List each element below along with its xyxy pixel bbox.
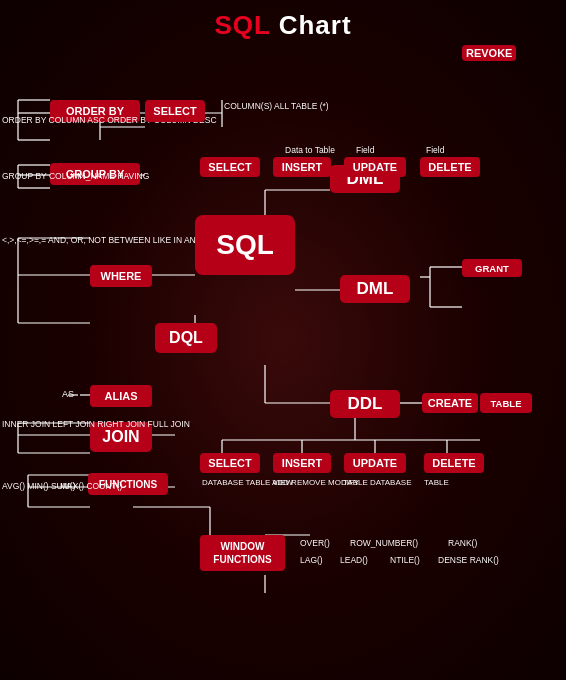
select-bottom-box: SELECT: [200, 453, 260, 473]
data-to-table-label: Data to Table: [280, 145, 340, 156]
row-number-label: ROW_NUMBER(): [350, 538, 418, 549]
delete-sub-label: TABLE: [424, 477, 449, 488]
insert-bottom-box: INSERT: [273, 453, 331, 473]
rank-label: RANK(): [448, 538, 477, 549]
delete-bottom-box: DELETE: [424, 453, 484, 473]
select-top-box: SELECT: [145, 100, 205, 122]
field1-label: Field: [356, 145, 374, 156]
title-sql: SQL: [214, 10, 270, 40]
ntile-label: NTILE(): [390, 555, 420, 566]
grant-box: GRANT: [462, 259, 522, 277]
revoke-box: REVOKE: [462, 45, 516, 61]
table-ddl-box: TABLE: [480, 393, 532, 413]
over-label: OVER(): [300, 538, 330, 549]
title: SQL Chart: [0, 0, 566, 41]
field2-label: Field: [426, 145, 444, 156]
insert-dml-top-box: INSERT: [273, 157, 331, 177]
title-chart: Chart: [270, 10, 351, 40]
col-all-label: COLUMN(S) ALL TABLE (*): [224, 101, 329, 112]
update-sub-label: TABLE DATABASE: [343, 477, 411, 488]
select-dml-top-box: SELECT: [200, 157, 260, 177]
ddl-box: DDL: [330, 390, 400, 418]
dql-box: DQL: [155, 323, 217, 353]
create-box: CREATE: [422, 393, 478, 413]
dml-right-box: DML: [340, 275, 410, 303]
join-items: INNER JOIN LEFT JOIN RIGHT JOIN FULL JOI…: [2, 419, 190, 430]
update-dml-top-box: UPDATE: [344, 157, 406, 177]
group-by-items: GROUP BY COLUMN_NAME HAVING: [2, 171, 149, 182]
lag-label: LAG(): [300, 555, 323, 566]
dense-rank-label: DENSE RANK(): [438, 555, 499, 566]
alias-box: ALIAS: [90, 385, 152, 407]
lead-label: LEAD(): [340, 555, 368, 566]
delete-dml-top-box: DELETE: [420, 157, 480, 177]
window-functions-box: WINDOW FUNCTIONS: [200, 535, 285, 571]
update-bottom-box: UPDATE: [344, 453, 406, 473]
where-box: WHERE: [90, 265, 152, 287]
functions-items2: MAX() COUNT(): [60, 481, 122, 492]
as-label: AS: [62, 389, 74, 401]
sql-main-box: SQL: [195, 215, 295, 275]
